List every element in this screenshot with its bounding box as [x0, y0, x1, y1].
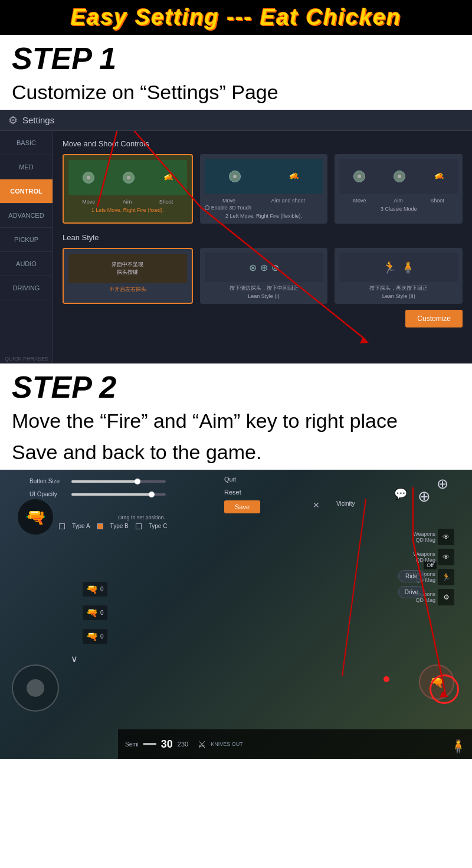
- ammo-count: 30: [161, 738, 173, 751]
- save-button[interactable]: Save: [224, 500, 260, 513]
- chat-icon[interactable]: 💬: [394, 487, 407, 500]
- shoot-icon-1: 🔫: [161, 171, 175, 184]
- button-size-fill: [71, 480, 137, 483]
- step1-section: STEP 1 Customize on “Settings” Page: [0, 35, 472, 110]
- gun-item-2: 🔫 0: [83, 605, 107, 620]
- lean-figure-left: 🏃: [382, 260, 397, 274]
- controls-row: 🔫 Move Aim Shoot 1 Lets Move, Right Fire…: [63, 154, 463, 224]
- settings-title-text: Settings: [22, 115, 54, 125]
- lean-card-2-desc: 按下侧边探头，按下中间回正: [205, 284, 323, 292]
- radio-3d-touch[interactable]: [205, 205, 209, 210]
- sidebar-item-advanced[interactable]: ADVANCED: [0, 204, 53, 228]
- ui-opacity-label: UI Opacity: [30, 491, 68, 497]
- type-c-check[interactable]: [136, 523, 142, 529]
- lean-card-1-label: 不开启左右探头: [68, 286, 187, 293]
- lean-left-icon: ⊗: [249, 262, 257, 273]
- ammo-reserve: 230: [178, 741, 188, 748]
- lean-card-3-inner: 🏃 🧍: [339, 253, 458, 282]
- lean-card-3-icons: 🏃 🧍: [382, 260, 415, 274]
- control-card-3[interactable]: 🔫 Move Aim Shoot 3 Classic Mode: [335, 154, 463, 224]
- type-b-label: Type B: [110, 523, 129, 529]
- bullet-icon: 🔫: [18, 499, 53, 535]
- card3-labels: Move Aim Shoot: [339, 198, 458, 204]
- card1-label-shoot: Shoot: [159, 199, 173, 205]
- weapon-label-2: WeaponsQD Mag: [413, 551, 435, 563]
- gear-icon: ⚙: [8, 114, 18, 127]
- type-c-label: Type C: [149, 523, 168, 529]
- weapon-switch-icon[interactable]: ⚔: [198, 739, 206, 750]
- ui-opacity-thumb[interactable]: [149, 492, 155, 497]
- aim-shoot-icon-2: 🔫: [287, 170, 301, 183]
- weapon-icon-3: 🏃: [438, 569, 454, 585]
- drive-button[interactable]: Drive: [398, 586, 425, 598]
- close-icon[interactable]: ✕: [313, 500, 320, 510]
- soldier-icon: 🧍: [450, 739, 466, 754]
- ride-button[interactable]: Ride: [398, 570, 425, 582]
- weapon-icon-1: 👁: [438, 529, 454, 545]
- move-dot-2: [229, 171, 241, 182]
- sidebar-item-basic[interactable]: BASIC: [0, 131, 53, 155]
- settings-ui: ⚙ Settings BASIC MED CONTROL ADVANCED PI…: [0, 110, 472, 363]
- settings-header: ⚙ Settings: [0, 110, 472, 131]
- joystick[interactable]: [12, 664, 59, 712]
- customize-button[interactable]: Customize: [405, 310, 463, 327]
- gun-count-1: 0: [100, 586, 104, 592]
- aim-dot-1: [123, 172, 135, 184]
- card1-labels: Move Aim Shoot: [68, 199, 187, 205]
- button-size-track[interactable]: [71, 480, 166, 483]
- joystick-inner: [27, 679, 44, 697]
- crosshair-icon[interactable]: ⊕: [418, 487, 431, 506]
- sidebar: BASIC MED CONTROL ADVANCED PICKUP AUDIO …: [0, 131, 53, 363]
- move-dot-inner-1: [87, 176, 90, 179]
- aim-icon-topright[interactable]: ⊕: [437, 476, 448, 492]
- lean-card-1-text: 界面中不呈现探头按键: [112, 261, 143, 276]
- aim-red-dot: [384, 676, 389, 682]
- bottom-bar: Semi ━━ 30 230 ⚔ KNIVES OUT: [118, 729, 472, 759]
- ui-opacity-track[interactable]: [71, 493, 166, 496]
- control-card-2[interactable]: 🔫 Move Aim and shoot Enable 3D Touch 2 L…: [200, 154, 328, 224]
- sidebar-item-med[interactable]: MED: [0, 155, 53, 179]
- fire-mode-label: Semi: [125, 741, 139, 748]
- lean-card-3[interactable]: 🏃 🧍 按下探头，再次按下回正 Lean Style (II): [335, 248, 463, 304]
- quit-button[interactable]: Quit: [224, 476, 236, 483]
- lean-card-1-inner: 界面中不呈现探头按键: [68, 254, 187, 283]
- sidebar-item-pickup[interactable]: PICKUP: [0, 228, 53, 252]
- card2-labels: Move Aim and shoot: [205, 198, 323, 204]
- weapon-label-1: WeaponsQD Mag: [413, 531, 435, 543]
- step2-label: STEP 2: [0, 363, 472, 407]
- sidebar-item-driving[interactable]: DRIVING: [0, 276, 53, 300]
- reset-button[interactable]: Reset: [224, 489, 241, 496]
- card2-label-aim-shoot: Aim and shoot: [271, 198, 306, 204]
- sidebar-item-control[interactable]: CONTROL: [0, 179, 53, 204]
- enable-3d-row: Enable 3D Touch: [205, 205, 323, 211]
- knives-out-label: KNIVES OUT: [211, 741, 243, 747]
- gun-silhouette: ━━: [143, 738, 156, 751]
- card1-label-move: Move: [82, 199, 95, 205]
- step2-desc2: Save and back to the game.: [0, 438, 472, 470]
- control-card-1[interactable]: 🔫 Move Aim Shoot 1 Lets Move, Right Fire…: [63, 154, 193, 224]
- lean-card-3-desc: 按下探头，再次按下回正: [339, 284, 458, 292]
- lean-card-1[interactable]: 界面中不呈现探头按键 不开启左右探头: [63, 248, 193, 304]
- type-b-check[interactable]: [97, 523, 103, 529]
- lean-center-icon: ⊕: [260, 262, 268, 273]
- card1-desc: 1 Lets Move, Right Fire (fixed).: [68, 207, 187, 213]
- move-dot-3: [353, 171, 365, 182]
- chevron-down-icon[interactable]: ∨: [71, 653, 78, 664]
- settings-screen: ⚙ Settings BASIC MED CONTROL ADVANCED PI…: [0, 110, 472, 363]
- gun-count-2: 0: [100, 610, 104, 616]
- fire-button-highlight: [430, 674, 459, 704]
- gun-img-3: 🔫: [86, 631, 98, 642]
- gun-count-3: 0: [100, 633, 104, 640]
- lean-card-2-inner: ⊗ ⊕ ⊗: [205, 253, 323, 282]
- type-a-check[interactable]: [59, 523, 65, 529]
- sidebar-item-audio[interactable]: AUDIO: [0, 252, 53, 276]
- weapon-row-2: WeaponsQD Mag 👁: [413, 549, 454, 565]
- lean-card-2[interactable]: ⊗ ⊕ ⊗ 按下侧边探头，按下中间回正 Lean Style (I): [200, 248, 328, 304]
- shoot-icon-3: 🔫: [432, 170, 445, 183]
- header-title: Easy Setting --- Eat Chicken: [9, 5, 463, 30]
- header-bar: Easy Setting --- Eat Chicken: [0, 0, 472, 35]
- button-size-thumb[interactable]: [135, 479, 140, 484]
- enable-3d-label: Enable 3D Touch: [211, 205, 251, 211]
- lean-right-icon: ⊗: [271, 262, 279, 273]
- weapon-row-1: WeaponsQD Mag 👁: [413, 529, 454, 545]
